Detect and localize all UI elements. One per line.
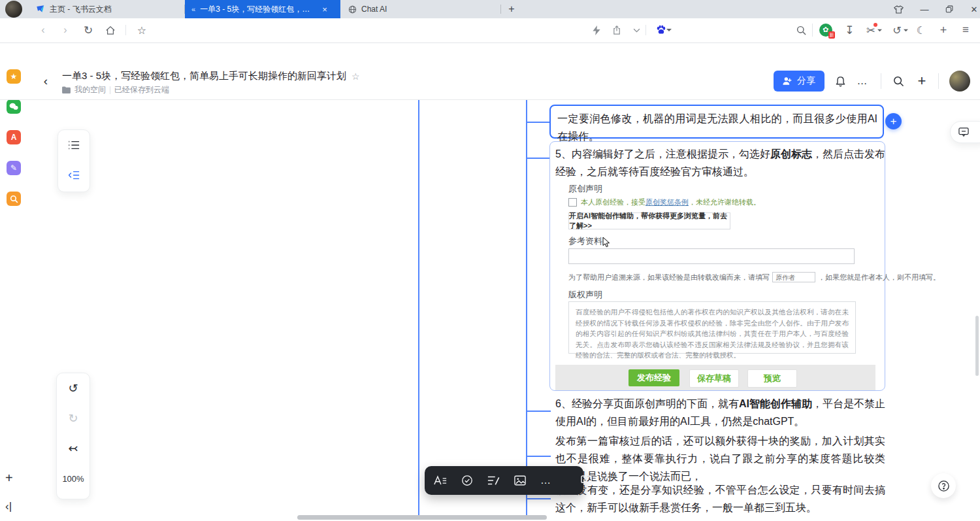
bell-icon [835,76,846,87]
reload-button[interactable]: ↻ [79,21,97,39]
horizontal-scrollbar-thumb[interactable] [297,515,547,520]
claim-link[interactable]: 原创奖惩条例 [645,198,689,206]
paragraph-8[interactable]: 核心没有变，还是分享知识经验，不管平台怎么设定，只要有时间去搞这个，新手可以做新… [555,481,885,516]
global-create-button[interactable]: + [5,471,13,486]
zoom-level[interactable]: 100% [57,463,90,494]
original-checkbox[interactable] [568,198,577,207]
dark-mode-button[interactable]: ☾ [912,21,930,39]
preview-button[interactable]: 预览 [747,369,797,388]
doc-create-button[interactable]: + [913,72,931,90]
block-connector [527,456,551,457]
favorite-star-icon[interactable]: ☆ [351,71,360,82]
text-style-icon [434,475,447,486]
share-button[interactable]: 分享 [774,71,825,92]
step5-pre: 5、内容编辑好了之后，注意根据提示，勾选好 [555,148,770,160]
address-chevron-button[interactable] [627,21,645,39]
outline-tree-button[interactable] [58,160,90,190]
redo-button[interactable]: ↻ [57,403,90,433]
author-input[interactable] [772,272,815,282]
promo-extension-button[interactable]: ✿ 新 [817,21,835,39]
comment-button[interactable] [581,473,592,488]
search-extension-icon[interactable] [7,192,21,206]
save-draft-button[interactable]: 保存草稿 [689,369,739,388]
more-options-button[interactable]: … [853,72,872,90]
breadcrumb[interactable]: 我的空间 [74,84,106,95]
history-undo-button[interactable]: ↺ [889,21,912,39]
favorites-extension-icon[interactable]: ★ [7,69,21,84]
insert-image-button[interactable] [514,473,526,488]
minimize-window-button[interactable]: — [912,0,937,18]
flash-reader-button[interactable] [587,21,606,39]
adjust-width-button[interactable]: ↢ [57,433,90,463]
baidu-extension-button[interactable] [651,21,677,39]
close-window-button[interactable]: ✕ [962,0,980,18]
vertical-scrollbar-thumb[interactable] [975,316,979,376]
chevron-down-icon [877,29,882,32]
share-page-button[interactable] [608,21,626,39]
comment-bubble-icon [581,475,592,486]
feishu-logo-icon [36,5,45,14]
browser-profile-avatar[interactable] [5,1,22,18]
folder-icon [62,86,71,93]
more-format-button[interactable]: … [540,473,552,488]
add-panel-button[interactable]: + [934,21,953,39]
claim-pre: 本人原创经验，接受 [581,198,645,206]
restore-icon [945,5,953,13]
back-button[interactable]: ‹ [34,21,52,39]
theme-skin-button[interactable] [886,0,911,18]
format-toolbar: … [425,466,583,495]
home-button[interactable] [101,21,120,39]
embedded-screenshot[interactable]: 原创声明 本人原创经验，接受原创奖惩条例，未经允许谢绝转载。 开启AI智能创作辅… [555,178,875,390]
wechat-extension-icon[interactable] [7,99,21,114]
tab-doc-active[interactable]: « 一单3 - 5块，写经验领红包，简单易 × [185,0,340,18]
notifications-button[interactable] [831,72,849,90]
undo-button[interactable]: ↺ [57,373,90,403]
screenshot-tool-button[interactable]: ✂ [862,21,886,39]
tab-chat-ai[interactable]: Chat AI [342,0,501,18]
downloads-button[interactable]: ↧ [840,21,858,39]
doc-search-button[interactable] [889,72,907,90]
close-tab-icon[interactable]: × [322,5,327,14]
reference-textarea[interactable] [568,248,855,264]
browser-menu-button[interactable]: ≡ [956,21,975,39]
step6-pre: 6、经验分享页面原创声明的下面，就有 [555,398,739,409]
callout-text: 一定要润色修改，机器的用词是无法跟人相比的，而且很多少使用AI在操作。 [557,110,877,145]
step6-text[interactable]: 6、经验分享页面原创声明的下面，就有AI智能创作辅助，平台是不禁止使用AI的，但… [555,395,885,430]
help-button[interactable] [931,473,956,498]
step5-text: 5、内容编辑好了之后，注意根据提示，勾选好原创标志，然后点击发布经验，之后就等待… [555,145,885,180]
bullet-list-view-button[interactable] [58,130,90,160]
toolbar-search-button[interactable] [792,21,810,39]
doc-title: 一单3 - 5块，写经验领红包，简单易上手可长期操作的新回享计划 [62,70,346,82]
step6-bold: AI智能创作辅助 [739,398,812,409]
paragraph-7[interactable]: 发布第一篇审核过后的话，还可以额外获得十块的奖励，加入计划其实也不是很难，整体要… [555,432,885,485]
doc-block-callout[interactable]: 一定要润色修改，机器的用词是无法跟人相比的，而且很多少使用AI在操作。 [549,105,884,139]
comment-panel-button[interactable] [950,121,980,143]
tab-feishu-home[interactable]: 主页 - 飞书云文档 [29,0,185,18]
ai-assist-banner[interactable]: 开启AI智能创作辅助，帮你获得更多浏览量，前去了解>> [568,212,730,229]
restore-window-button[interactable] [937,0,962,18]
task-check-button[interactable] [461,473,473,488]
doc-back-button[interactable]: ‹ [37,72,55,90]
outline-tree-icon [68,170,80,180]
divider [110,86,110,94]
add-block-button[interactable]: + [885,113,902,129]
forward-button[interactable]: › [56,21,74,39]
question-icon [938,480,950,492]
notes-extension-icon[interactable]: ✎ [7,161,21,175]
tab-label: 一单3 - 5块，写经验领红包，简单易 [200,4,318,15]
header-divider [881,73,881,89]
list-format-button[interactable] [487,473,500,488]
search-icon [893,76,904,87]
new-tab-button[interactable]: + [504,2,519,16]
toolbar-divider [645,25,646,35]
collapse-sidebar-button[interactable]: ‹| [5,500,12,513]
publish-button[interactable]: 发布经验 [629,369,679,386]
mouse-cursor [602,237,611,248]
text-style-button[interactable] [434,473,447,488]
scissors-icon: ✂ [866,24,875,37]
lightning-icon [593,25,600,35]
block-connector [527,158,551,159]
user-avatar[interactable] [949,71,970,92]
translate-extension-icon[interactable]: A [7,130,21,144]
bookmark-star-button[interactable]: ☆ [133,21,151,39]
